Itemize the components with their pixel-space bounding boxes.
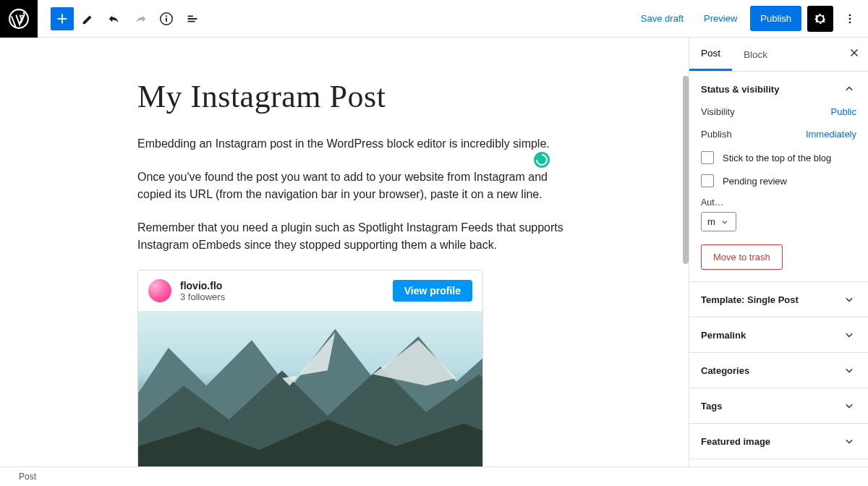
publish-value[interactable]: Immediately (806, 129, 856, 140)
panel-title: Template: Single Post (701, 294, 799, 305)
checkbox-sticky[interactable] (701, 151, 714, 164)
redo-button (129, 7, 152, 30)
editor-toolbar: Save draft Preview Publish (0, 0, 868, 38)
chevron-down-icon (842, 398, 856, 413)
sidebar-tabs: Post Block (689, 38, 868, 72)
add-block-button[interactable] (51, 7, 74, 30)
panel-status-visibility: Status & visibility Visibility Public Pu… (689, 72, 868, 282)
instagram-username: flovio.flo (180, 280, 384, 291)
post-title[interactable]: My Instagram Post (137, 78, 564, 115)
instagram-header: flovio.flo 3 followers View profile (138, 270, 482, 311)
gear-icon (812, 11, 828, 27)
avatar (148, 279, 171, 302)
author-select[interactable]: m (701, 212, 736, 231)
svg-point-5 (849, 17, 851, 20)
undo-button[interactable] (103, 7, 126, 30)
tab-block[interactable]: Block (732, 39, 779, 70)
close-sidebar-button[interactable] (848, 46, 861, 63)
save-draft-button[interactable]: Save draft (634, 7, 691, 30)
panel-title: Status & visibility (701, 84, 779, 95)
instagram-followers: 3 followers (180, 291, 384, 302)
svg-rect-3 (166, 17, 167, 22)
author-label: Aut… (701, 197, 856, 208)
visibility-label: Visibility (701, 106, 735, 117)
toolbar-tools (38, 7, 204, 30)
panel-categories[interactable]: Categories (689, 353, 868, 388)
panel-header-status[interactable]: Status & visibility (689, 72, 868, 106)
publish-button[interactable]: Publish (750, 6, 801, 31)
paragraph-block[interactable]: Once you've found the post you want to a… (137, 169, 564, 203)
info-icon (158, 11, 174, 27)
chevron-down-icon (842, 292, 856, 307)
chevron-down-icon (842, 328, 856, 342)
info-button[interactable] (155, 7, 178, 30)
instagram-embed[interactable]: flovio.flo 3 followers View profile (137, 270, 483, 469)
visibility-value[interactable]: Public (831, 106, 856, 117)
pencil-icon (80, 11, 96, 27)
wordpress-icon (9, 9, 29, 29)
move-to-trash-button[interactable]: Move to trash (701, 244, 783, 270)
paragraph-block[interactable]: Remember that you need a plugin such as … (137, 219, 564, 254)
view-profile-button[interactable]: View profile (393, 280, 472, 302)
close-icon (848, 46, 861, 59)
editor-canvas[interactable]: My Instagram Post Embedding an Instagram… (0, 38, 689, 486)
panel-featured-image[interactable]: Featured image (689, 424, 868, 459)
paragraph-block[interactable]: Embedding an Instagram post in the WordP… (137, 135, 564, 153)
chevron-down-icon (720, 217, 730, 227)
publish-label: Publish (701, 129, 732, 140)
checkbox-pending-label: Pending review (723, 176, 787, 187)
chevron-up-icon (842, 82, 856, 96)
tab-post[interactable]: Post (689, 38, 732, 71)
breadcrumb[interactable]: Post (0, 466, 868, 486)
svg-point-4 (849, 14, 851, 16)
svg-point-2 (166, 15, 167, 17)
panel-template[interactable]: Template: Single Post (689, 282, 868, 317)
settings-sidebar: Post Block Status & visibility Visibilit… (689, 38, 868, 486)
undo-icon (106, 11, 122, 27)
edit-mode-button[interactable] (77, 7, 100, 30)
more-options-button[interactable] (839, 6, 861, 32)
svg-point-6 (849, 21, 851, 23)
redo-icon (132, 11, 148, 27)
panel-title: Categories (701, 365, 749, 376)
panel-title: Permalink (701, 330, 746, 341)
plus-icon (54, 11, 70, 27)
instagram-image (138, 311, 482, 469)
settings-button[interactable] (807, 6, 833, 32)
panel-permalink[interactable]: Permalink (689, 317, 868, 352)
list-view-button[interactable] (181, 7, 204, 30)
panel-tags[interactable]: Tags (689, 388, 868, 423)
preview-button[interactable]: Preview (697, 7, 744, 30)
toolbar-actions: Save draft Preview Publish (634, 6, 868, 32)
grammarly-icon[interactable] (534, 152, 550, 168)
author-value: m (707, 216, 715, 227)
chevron-down-icon (842, 434, 856, 448)
wordpress-logo[interactable] (0, 0, 38, 38)
dots-vertical-icon (843, 12, 857, 26)
checkbox-sticky-label: Stick to the top of the blog (723, 153, 831, 163)
outline-icon (184, 11, 200, 27)
checkbox-pending[interactable] (701, 174, 714, 187)
panel-title: Tags (701, 401, 722, 412)
chevron-down-icon (842, 363, 856, 378)
panel-title: Featured image (701, 436, 770, 447)
